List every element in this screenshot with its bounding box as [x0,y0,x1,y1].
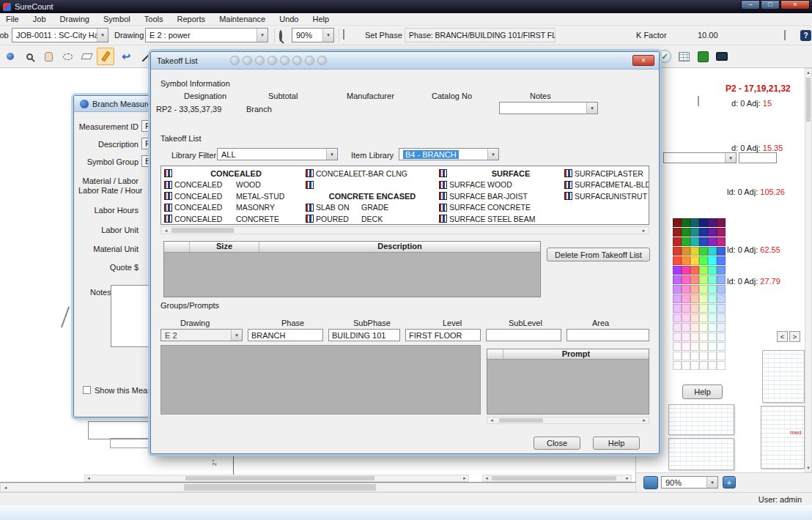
color-swatch[interactable] [690,285,699,294]
takeoff-item-row[interactable]: SURFACEMETAL-BLDG [564,179,649,191]
takeoff-item-row[interactable]: SURFACEWOOD [439,179,572,191]
color-swatch[interactable] [682,333,690,341]
menu-item-undo[interactable]: Undo [273,13,304,26]
library-filter-select[interactable]: ALL ▾ [217,148,338,160]
color-swatch[interactable] [699,228,708,237]
prompt-table-scrollbar[interactable]: ◂ ▸ [487,417,649,424]
color-swatch[interactable] [682,228,690,237]
measurement-row[interactable]: ld: 0 Adj: 105.26 [727,187,785,196]
color-swatch[interactable] [717,294,726,303]
undo-tool-button[interactable]: ↩ [117,48,135,65]
layer-color-button[interactable] [694,48,712,65]
color-swatch[interactable] [708,333,717,341]
minimize-button[interactable]: – [741,0,760,10]
color-swatch[interactable] [699,342,708,351]
scroll-left-icon[interactable]: ◂ [483,475,490,481]
color-swatch[interactable] [682,247,690,256]
measurement-row[interactable]: ld: 0 Adj: 27.79 [727,277,780,286]
fit-view-button[interactable] [643,476,658,489]
scroll-down-icon[interactable]: ▾ [805,464,811,472]
color-swatch[interactable] [717,285,726,294]
close-button[interactable]: × [780,0,810,10]
color-swatch[interactable] [682,275,690,284]
maximize-button[interactable]: □ [761,0,780,10]
color-swatch[interactable] [673,304,682,313]
color-swatch[interactable] [690,294,699,303]
color-swatch[interactable] [699,333,708,341]
color-swatch[interactable] [682,352,690,360]
delete-from-takeoff-button[interactable]: Delete From Takeoff List [547,248,650,261]
takeoff-item-list[interactable]: CONCEALEDCONCEALEDWOODCONCEALEDMETAL-STU… [160,166,649,225]
color-swatch[interactable] [673,352,682,360]
color-swatch[interactable] [673,237,682,246]
color-swatch[interactable] [708,275,717,284]
color-swatch[interactable] [717,256,726,265]
table-icon[interactable] [784,31,786,40]
color-swatch[interactable] [690,247,699,256]
scrollbar-thumb[interactable] [492,476,616,480]
menu-item-file[interactable]: File [0,13,25,26]
dropdown-arrow-icon[interactable]: ▾ [322,29,333,42]
takeoff-item-row[interactable]: CONCEALEDCONCRETE [164,213,298,225]
color-swatch[interactable] [699,285,708,294]
scroll-up-icon[interactable]: ▴ [805,69,811,76]
color-swatch[interactable] [717,361,726,370]
color-swatch[interactable] [673,266,682,275]
color-swatch[interactable] [717,237,726,246]
color-swatch[interactable] [690,352,699,360]
takeoff-item-row[interactable]: SLAB ONGRADE [306,202,439,214]
dropdown-arrow-icon[interactable]: ▾ [586,103,597,114]
scroll-right-icon[interactable]: ▸ [461,475,468,481]
takeoff-item-row[interactable]: POUREDDECK [306,213,439,225]
drawing-thumbnail[interactable] [762,350,805,403]
color-swatch[interactable] [708,342,717,351]
color-swatch[interactable] [673,323,682,332]
color-swatch[interactable] [717,333,726,341]
docked-window-icon[interactable] [698,97,699,105]
color-swatch[interactable] [708,313,717,322]
lasso-tool-button[interactable] [59,48,76,65]
color-swatch[interactable] [717,275,726,284]
color-swatch[interactable] [673,275,682,284]
color-swatch[interactable] [699,218,708,227]
color-swatch[interactable] [708,285,717,294]
groups-subphase-field[interactable]: BUILDING 101 [328,329,400,341]
color-swatch[interactable] [673,256,682,265]
show-measurement-checkbox[interactable] [83,386,91,394]
help-icon[interactable]: ? [800,30,811,41]
menu-item-maintenance[interactable]: Maintenance [213,13,271,26]
measurement-row[interactable]: d: 0 Adj: 15.35 [731,144,783,152]
color-swatch[interactable] [717,304,726,313]
main-horizontal-scrollbar[interactable]: ◂ [0,483,636,492]
scroll-right-icon[interactable]: ▸ [640,227,648,234]
groups-area-field[interactable] [566,329,649,341]
color-swatch[interactable] [699,352,708,360]
color-swatch[interactable] [699,294,708,303]
color-swatch[interactable] [673,228,682,237]
takeoff-category-row[interactable]: SURFACE [439,168,572,179]
color-swatch[interactable] [690,313,699,322]
pane-scrollbar[interactable]: ◂ ▸ [482,475,632,482]
menu-item-job[interactable]: Job [27,13,52,26]
next-button[interactable]: > [789,331,800,342]
color-swatch[interactable] [682,266,690,275]
takeoff-dialog-titlebar[interactable]: Takeoff List × [151,52,659,70]
description-column-header[interactable]: Description [259,242,540,252]
color-swatch[interactable] [673,333,682,341]
color-swatch[interactable] [682,342,690,351]
color-swatch[interactable] [682,237,690,246]
zoom-select[interactable]: 90% ▾ [292,28,334,42]
color-swatch[interactable] [682,256,690,265]
set-phase-button[interactable]: Set Phase [365,31,402,40]
color-swatch[interactable] [673,313,682,322]
color-swatch[interactable] [708,228,717,237]
pointer-tool-button[interactable] [1,48,19,65]
takeoff-item-row[interactable]: SURFACECONCRETE [439,202,572,214]
color-swatch[interactable] [717,218,726,227]
zoom-in-button[interactable]: + [723,476,736,489]
color-swatch[interactable] [708,323,717,332]
panel-field[interactable] [739,152,777,163]
takeoff-item-row[interactable] [306,179,439,191]
takeoff-item-row[interactable]: CONCEALEDWOOD [164,179,298,191]
scrollbar-thumb[interactable] [185,476,374,480]
